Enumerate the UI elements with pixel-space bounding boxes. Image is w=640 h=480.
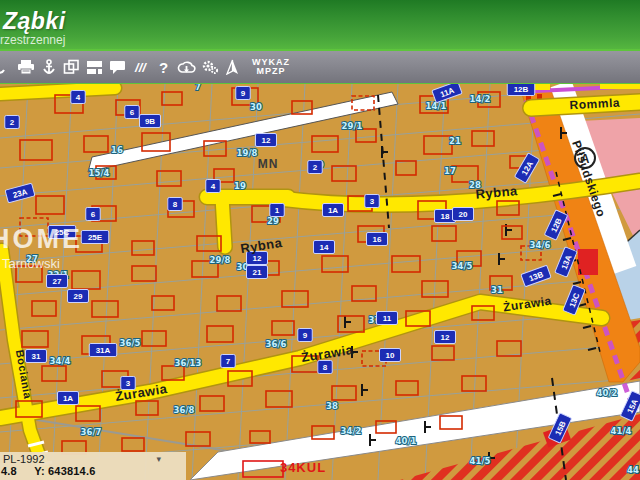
address-plate: 1 (270, 204, 285, 217)
address-plate: 25E (81, 231, 109, 244)
svg-text:20: 20 (459, 210, 468, 219)
parcel-number: 34/5 (452, 261, 473, 271)
svg-text:9B: 9B (145, 117, 155, 126)
address-plate: 25C (48, 226, 76, 239)
app-header: Ząbki rzestrzennej (0, 0, 640, 49)
address-plate: 8 (318, 361, 333, 374)
parcel-number: 21 (449, 136, 461, 146)
parcel-number: 36/8 (174, 405, 195, 415)
attach-icon (0, 59, 14, 75)
wykaz-mpzp-button[interactable]: WYKAZ MPZP (252, 58, 290, 76)
svg-text:12: 12 (253, 254, 262, 263)
address-plate: 4 (71, 91, 86, 104)
parcel-number: 34/2 (341, 426, 362, 436)
attach-button[interactable] (0, 54, 14, 80)
address-plate: 10 (380, 349, 401, 362)
street-rybna-stub (222, 197, 225, 247)
settings-gears-icon (201, 59, 219, 75)
north-arrow-icon (225, 59, 240, 75)
layout-button[interactable] (83, 54, 106, 80)
address-plate: 12 (256, 134, 277, 147)
address-plate: 4 (206, 180, 221, 193)
address-plate: 8 (168, 198, 183, 211)
svg-text:16: 16 (373, 235, 382, 244)
app-title: Ząbki (3, 8, 66, 35)
svg-text:7: 7 (226, 357, 231, 366)
address-plate: 9 (298, 329, 313, 342)
north-arrow-button[interactable] (221, 54, 244, 80)
svg-text:6: 6 (130, 108, 135, 117)
anchor-icon (42, 59, 56, 76)
parcel-number: 30 (250, 102, 262, 112)
address-plate: 1A (58, 392, 79, 405)
address-plate: 14 (314, 241, 335, 254)
svg-text:12: 12 (262, 136, 271, 145)
address-plate: 9 (236, 87, 251, 100)
address-plate: 7 (221, 355, 236, 368)
address-plate: 27 (47, 275, 68, 288)
svg-text:12B: 12B (514, 85, 529, 94)
coordinate-statusbar: PL-1992 ▾ 4.8 Y: 643814.6 (0, 452, 186, 480)
measure-icon: /// (135, 60, 146, 75)
map-canvas[interactable]: A 73029/119/8191615/414/114/221172819292… (0, 84, 640, 480)
parcel-number: 31 (491, 285, 503, 295)
map-viewport: A 73029/119/8191615/414/114/221172819292… (0, 84, 640, 480)
map-toolbar: /// ? WYKAZ MPZP (0, 49, 640, 86)
parcel-number: 38 (326, 401, 338, 411)
svg-text:2: 2 (313, 163, 318, 172)
parcel-number: 29/8 (210, 255, 231, 265)
help-button[interactable]: ? (152, 54, 175, 80)
svg-text:4: 4 (211, 182, 216, 191)
svg-text:21: 21 (253, 268, 262, 277)
cloud-download-button[interactable] (175, 54, 198, 80)
address-plate: 11 (377, 312, 398, 325)
app-subtitle: rzestrzennej (0, 33, 65, 47)
address-plate: 16 (367, 233, 388, 246)
svg-text:29: 29 (74, 292, 83, 301)
svg-text:18: 18 (441, 212, 450, 221)
parcel-number: 7 (195, 84, 201, 92)
print-button[interactable] (14, 54, 37, 80)
parcel-number: 36/13 (175, 358, 202, 368)
zone-label: MN (258, 157, 279, 171)
parcel-number: 15/4 (89, 168, 110, 178)
layout-icon (86, 60, 103, 75)
svg-text:25E: 25E (88, 233, 103, 242)
parcel-number: 27 (26, 254, 38, 264)
svg-text:31A: 31A (96, 346, 111, 355)
address-plate: 6 (86, 208, 101, 221)
parcel-number: 41/4 (611, 426, 632, 436)
address-plate: 29 (68, 290, 89, 303)
svg-text:27: 27 (53, 277, 62, 286)
street-top-left (0, 88, 115, 94)
address-plate: 2 (308, 161, 323, 174)
parcel-number: 29/1 (342, 121, 363, 131)
settings-button[interactable] (198, 54, 221, 80)
address-plate: 2 (5, 116, 20, 129)
parcel-number: 14/2 (470, 94, 491, 104)
anchor-button[interactable] (37, 54, 60, 80)
address-plate: 6 (125, 106, 140, 119)
parcel-number: 17 (444, 166, 456, 176)
svg-text:11: 11 (383, 314, 392, 323)
parcel-number: 41/5 (470, 456, 491, 466)
svg-text:31: 31 (32, 352, 41, 361)
svg-text:1: 1 (275, 206, 280, 215)
wykaz-line2: MPZP (252, 67, 290, 76)
red-area (578, 249, 598, 275)
parcel-number: 36/6 (266, 339, 287, 349)
help-icon: ? (159, 59, 168, 76)
parcel-number: 40/1 (396, 436, 417, 446)
crs-selector[interactable]: PL-1992 (3, 453, 45, 465)
parcel-number: 36/7 (81, 427, 102, 437)
svg-text:12: 12 (441, 333, 450, 342)
parcel-number: 34/4 (50, 356, 71, 366)
svg-text:9: 9 (241, 89, 246, 98)
comment-button[interactable] (106, 54, 129, 80)
chevron-down-icon[interactable]: ▾ (157, 454, 162, 464)
measure-button[interactable]: /// (129, 54, 152, 80)
comment-icon (109, 59, 126, 75)
copy-button[interactable] (60, 54, 83, 80)
coordinate-y: Y: 643814.6 (34, 465, 95, 477)
parcel-number: 19 (234, 181, 246, 191)
